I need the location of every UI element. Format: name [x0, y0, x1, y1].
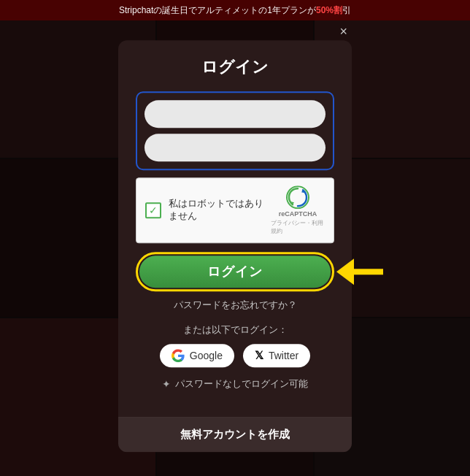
passwordless-label: パスワードなしでログイン可能: [175, 377, 308, 391]
twitter-label: Twitter: [269, 350, 298, 361]
arrow-tail-icon: [354, 269, 383, 275]
social-buttons-group: Google 𝕏 Twitter: [136, 344, 334, 367]
top-banner-text: Stripchatの誕生日でアルティメットの1年プランが: [119, 4, 316, 17]
close-button[interactable]: ×: [339, 24, 347, 39]
passwordless-login-link[interactable]: ✦ パスワードなしでログイン可能: [136, 377, 334, 391]
modal-content: ログイン ✓ 私はロボットではあり ません reCAPTCHA プ: [118, 40, 352, 417]
password-input[interactable]: [145, 134, 325, 161]
recaptcha-widget[interactable]: ✓ 私はロボットではあり ません reCAPTCHA プライバシー・利用規約: [136, 177, 334, 243]
twitter-login-button[interactable]: 𝕏 Twitter: [243, 344, 310, 367]
register-bar[interactable]: 無料アカウントを作成: [118, 417, 352, 452]
recaptcha-label: 私はロボットではあり ません: [169, 198, 271, 223]
recaptcha-checkmark: ✓: [145, 202, 161, 218]
google-login-button[interactable]: Google: [160, 344, 234, 367]
login-button-wrapper: ログイン: [136, 252, 334, 291]
top-banner: Stripchatの誕生日でアルティメットの1年プランが 50%割 引: [0, 0, 470, 20]
login-button[interactable]: ログイン: [139, 256, 331, 288]
sparkle-icon: ✦: [162, 378, 171, 390]
google-label: Google: [190, 350, 223, 361]
modal-title: ログイン: [136, 56, 334, 78]
svg-point-0: [287, 186, 309, 208]
forgot-password-link[interactable]: パスワードをお忘れですか？: [136, 299, 334, 312]
arrow-head-icon: [336, 258, 354, 285]
social-login-section: または以下でログイン： Google 𝕏 Twitter: [136, 323, 334, 367]
top-banner-highlight: 50%割: [316, 4, 342, 17]
twitter-x-icon: 𝕏: [255, 349, 263, 362]
recaptcha-brand-text: reCAPTCHA: [279, 210, 317, 218]
recaptcha-logo-icon: [286, 185, 309, 209]
arrow-indicator: [336, 258, 383, 285]
recaptcha-links-text: プライバシー・利用規約: [271, 219, 325, 235]
username-input[interactable]: [145, 100, 325, 128]
google-icon: [172, 349, 185, 362]
credentials-section: [136, 91, 334, 170]
top-banner-suffix: 引: [342, 4, 351, 17]
login-modal: × ログイン ✓ 私はロボットではあり ません reCAPTCHA: [118, 40, 352, 452]
social-login-title: または以下でログイン：: [136, 323, 334, 337]
